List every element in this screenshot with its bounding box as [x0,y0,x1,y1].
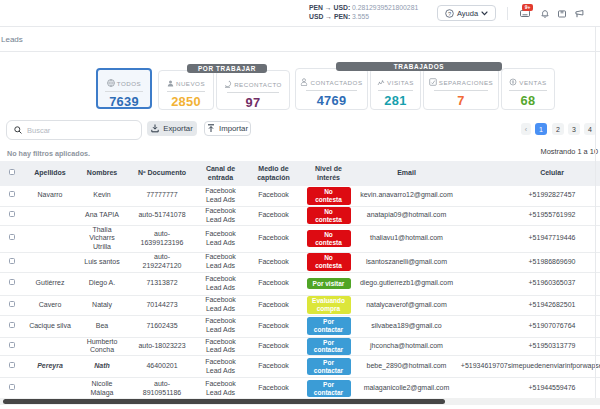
svg-text:?: ? [448,10,451,16]
